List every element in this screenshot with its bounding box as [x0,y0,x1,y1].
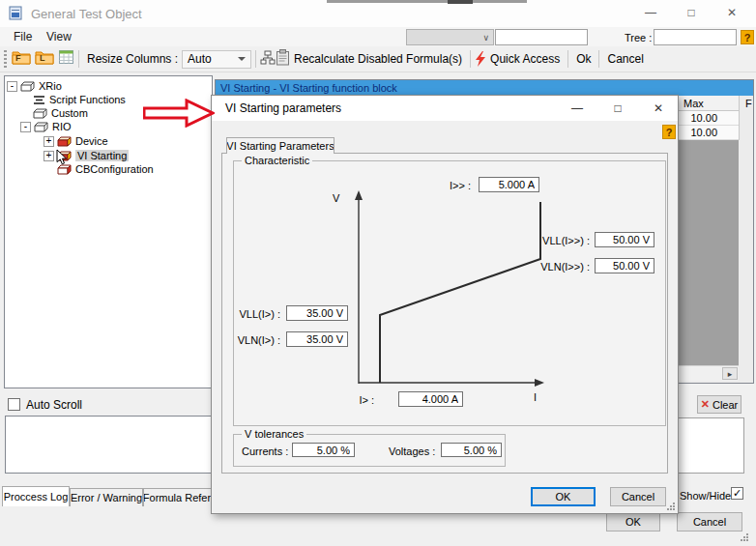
maximize-icon: □ [614,101,621,115]
tab-label: VI Starting Parameters [226,140,334,152]
tree-field-label: Tree : [625,32,652,43]
column-header-max[interactable]: Max [683,98,704,109]
table-view-button[interactable] [58,49,74,69]
dialog-maximize-button[interactable]: □ [602,97,633,120]
vln-high-label: VLN(I>>) : [512,261,590,273]
toolbar-cancel-button[interactable]: Cancel [607,52,643,66]
tree-item-rio[interactable]: - RIO [20,120,72,133]
expand-icon[interactable]: + [44,136,54,147]
toolbar-separator [78,50,79,68]
cube-icon [34,122,48,132]
vln-high-input[interactable] [595,258,654,273]
resize-columns-select[interactable]: Auto [182,50,251,69]
ok-label: OK [556,491,571,503]
script-icon [33,95,45,105]
tree-item-script-functions[interactable]: Script Functions [33,93,126,106]
voltages-input[interactable] [441,443,502,457]
folder-f-letter: F [15,53,21,63]
maximize-button[interactable]: □ [677,2,706,23]
vll-high-input[interactable] [595,232,654,247]
quick-access-button[interactable]: Quick Access [490,52,560,66]
tree-item-label: CBConfiguration [75,163,154,175]
menu-view[interactable]: View [46,30,72,43]
toolbar: F L Resize Columns : Auto [0,46,756,72]
top-combobox[interactable]: ∨ [406,29,494,45]
ok-label: OK [625,516,641,528]
close-button[interactable]: ✕ [717,2,746,23]
open-file-button[interactable]: F [12,49,31,69]
dialog-tab-vi-starting-parameters[interactable]: VI Starting Parameters [226,137,334,154]
tree-structure-button[interactable] [260,50,276,69]
red-annotation-arrow-icon [143,99,215,128]
toolbar-separator [470,50,471,68]
open-library-button[interactable]: L [35,49,54,69]
cell-max: 10.00 [690,112,717,124]
recalculate-button[interactable]: Recalculate Disabled Formula(s) [294,52,462,66]
i-high-label: I>> : [413,180,471,191]
top-text-input[interactable] [495,29,588,45]
expand-icon[interactable]: + [44,151,54,161]
scroll-right-button[interactable]: ▸ [722,367,738,380]
check-icon: ✓ [733,487,741,499]
minimize-button[interactable]: — [636,2,665,23]
tree-item-label: RIO [52,121,72,132]
mouse-cursor [56,149,68,166]
tree-item-device[interactable]: + Device [44,134,108,148]
collapse-icon[interactable]: - [20,122,31,132]
side-list[interactable] [675,417,744,474]
tree-item-label: XRio [39,80,62,92]
characteristic-group: Characteristic V I I>> : VLL(I>>) : VLN(… [233,160,666,426]
dialog-resize-grip[interactable] [667,503,675,510]
vll-low-input[interactable] [286,305,348,321]
app-icon [8,6,23,21]
currents-input[interactable] [292,443,355,457]
tab-label: Formula Refere [143,492,217,503]
folder-f-icon [12,49,31,65]
dialog-ok-button[interactable]: OK [531,487,596,506]
currents-label: Currents : [242,445,288,457]
column-header-next[interactable]: F [745,98,752,109]
vln-low-label: VLN(I>) : [234,334,280,346]
clear-button[interactable]: ✕ Clear [697,395,741,414]
dialog-title: VI Starting parameters [225,101,341,115]
voltages-label: Voltages : [389,445,435,457]
vll-high-label: VLL(I>>) : [512,235,590,246]
tab-formula-reference[interactable]: Formula Refere [143,488,217,506]
collapse-icon[interactable]: - [7,81,17,92]
toolbar-separator [255,50,256,68]
auto-scroll-checkbox[interactable] [8,398,20,411]
tab-error-warning[interactable]: Error / Warning [70,488,143,506]
dialog-close-button[interactable]: ✕ [643,97,674,120]
dialog-help-button[interactable]: ? [662,125,676,139]
show-hide-checkbox[interactable]: ✓ [731,487,743,500]
i-low-input[interactable] [398,391,463,407]
menu-file[interactable]: File [14,30,32,43]
toolbar-ok-button[interactable]: Ok [576,52,591,66]
vln-low-input[interactable] [286,331,348,347]
tree-item-label: Device [75,135,108,147]
i-high-input[interactable] [479,177,539,192]
dialog-cancel-button[interactable]: Cancel [610,487,666,506]
dialog-minimize-button[interactable]: — [562,97,593,120]
top-edge-artifact [327,0,527,3]
cancel-label: Cancel [693,516,726,528]
tab-label: Error / Warning [71,492,142,503]
cube-red-icon [57,136,72,147]
help-button[interactable]: ? [741,30,754,44]
tree-item-xrio[interactable]: - XRio [7,79,62,93]
maximize-icon: □ [687,6,694,19]
main-cancel-button[interactable]: Cancel [677,512,742,532]
tree-item-label: VI Starting [75,150,129,161]
vll-low-label: VLL(I>) : [234,308,280,320]
tab-process-log[interactable]: Proccess Log [2,486,70,506]
minimize-icon: — [571,101,583,115]
main-ok-button[interactable]: OK [606,512,660,532]
i-axis-label: I [534,391,537,403]
tree-text-input[interactable] [654,29,737,45]
title-bar: General Test Object — □ ✕ [0,0,756,28]
paste-button[interactable] [276,49,290,70]
window-resize-grip[interactable] [741,533,748,541]
tree-item-custom[interactable]: Custom [33,106,88,120]
tree-item-cbconfiguration[interactable]: CBConfiguration [57,162,154,176]
scroll-right-icon: ▸ [728,369,733,379]
